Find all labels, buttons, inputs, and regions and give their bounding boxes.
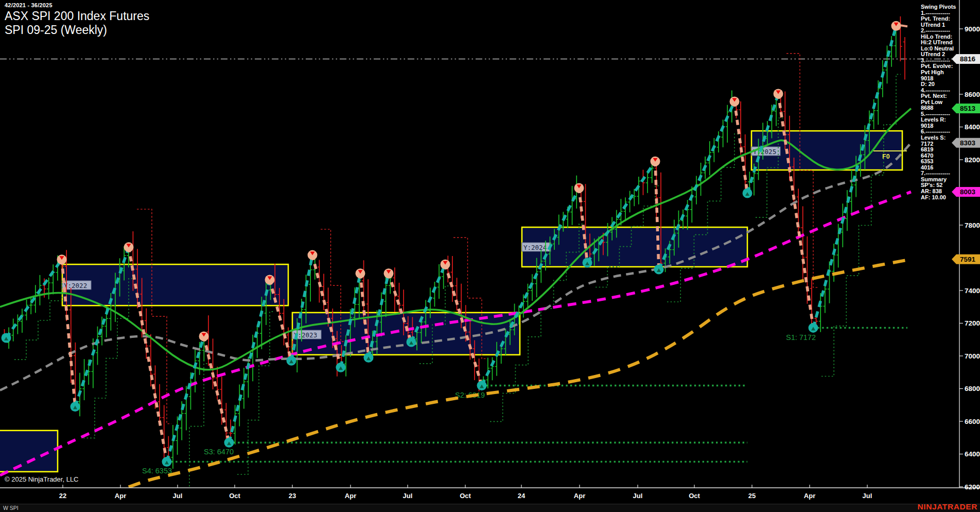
year-box[interactable] xyxy=(522,227,747,267)
panel-line: Pvt High xyxy=(921,70,976,76)
price-tick-label: 7400 xyxy=(965,287,980,295)
price-chart-canvas[interactable]: Y:2022Y:2023Y:2024Y:2025 S1: 7172S2: 681… xyxy=(0,0,980,512)
copyright-text: © 2025 NinjaTrader, LLC xyxy=(5,475,79,483)
bottom-tab-strip xyxy=(0,504,980,512)
time-tick-label: Jul xyxy=(633,492,643,500)
price-tick-label: 7200 xyxy=(965,319,980,327)
time-tick-label: Oct xyxy=(229,492,240,500)
time-tick-label: Apr xyxy=(115,492,126,500)
workspace-tab-wspi[interactable]: W SPI xyxy=(3,505,19,511)
time-tick-label: Oct xyxy=(689,492,700,500)
axes[interactable]: 9000860084008200780074007200700068006600… xyxy=(0,0,980,500)
time-tick-label: Jul xyxy=(863,492,872,500)
price-tick-label: 6800 xyxy=(965,385,980,392)
year-box[interactable] xyxy=(62,264,288,305)
time-tick-label: Jul xyxy=(403,492,413,500)
price-tick-label: 6400 xyxy=(965,450,980,458)
price-bars xyxy=(3,16,906,469)
panel-line: 6819 xyxy=(921,147,976,153)
price-tick-label: 6600 xyxy=(965,418,980,425)
ninjatrader-logo: NINJATRADER xyxy=(917,502,977,511)
time-tick-label: 24 xyxy=(518,492,526,500)
time-tick-label: Oct xyxy=(460,492,471,500)
chart-window: Y:2022Y:2023Y:2024Y:2025 S1: 7172S2: 681… xyxy=(0,0,980,512)
time-tick-label: Apr xyxy=(804,492,815,500)
support-label: S1: 7172 xyxy=(786,333,816,342)
f0-label: F0 xyxy=(882,153,890,160)
swing-pivots-info-panel: Swing Pivots1.-------------Pvt. Trend:UT… xyxy=(921,4,976,200)
swing-up-line xyxy=(6,260,62,338)
swing-up-line xyxy=(482,188,579,386)
year-box[interactable] xyxy=(0,431,58,472)
time-tick-label: Apr xyxy=(345,492,356,500)
support-label: S4: 6353 xyxy=(142,467,172,475)
time-tick-label: 25 xyxy=(748,492,756,500)
trail-stop-up xyxy=(667,134,739,302)
panel-line: 2.------------- xyxy=(921,28,976,34)
year-label-text: Y:2024 xyxy=(523,244,547,251)
swing-up-line xyxy=(813,26,896,328)
panel-line: Pvt. Trend: xyxy=(921,16,976,22)
time-tick-label: Jul xyxy=(173,492,183,500)
date-range-label: 42/2021 - 36/2025 xyxy=(5,2,149,8)
panel-line: Swing Pivots xyxy=(921,4,976,10)
support-label: S3: 6470 xyxy=(204,448,234,456)
year-range-boxes: Y:2022Y:2023Y:2024Y:2025 xyxy=(0,131,902,472)
chart-header: 42/2021 - 36/2025 ASX SPI 200 Index Futu… xyxy=(5,2,149,37)
panel-line: D: 20 xyxy=(921,81,976,88)
year-label-text: Y:2022 xyxy=(64,282,87,289)
price-tick-label: 6200 xyxy=(965,483,980,491)
price-tick-label: 7800 xyxy=(965,221,980,229)
time-tick-label: Apr xyxy=(574,492,585,500)
time-tick-label: 22 xyxy=(59,492,66,500)
panel-line: AR: 838 xyxy=(921,189,976,195)
panel-line: AF: 10.00 xyxy=(921,195,976,201)
instrument-title: ASX SPI 200 Index Futures xyxy=(5,9,149,23)
swing-stub xyxy=(901,25,907,26)
trail-stop-up xyxy=(821,74,901,376)
price-marker-label: 7591 xyxy=(960,255,976,263)
contract-subtitle: SPI 09-25 (Weekly) xyxy=(5,23,149,37)
panel-line: Levels S: xyxy=(921,135,976,141)
time-tick-label: 23 xyxy=(289,492,296,500)
price-tick-label: 7000 xyxy=(965,352,980,360)
